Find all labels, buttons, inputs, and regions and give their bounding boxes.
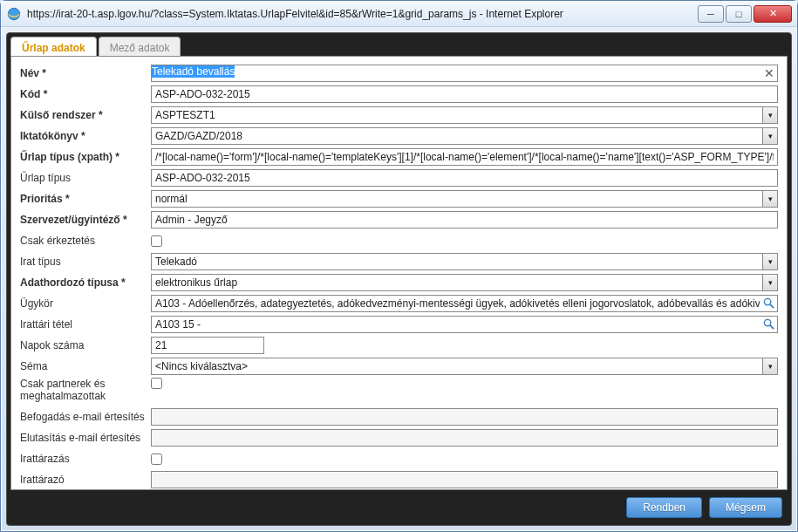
close-button[interactable]: ✕ (754, 5, 792, 23)
row-prioritas: Prioritás * ▾ (20, 189, 778, 208)
main-panel: Űrlap adatok Mező adatok Név * Telekadó … (6, 32, 792, 526)
select-irattipus[interactable] (151, 253, 778, 270)
row-napok: Napok száma (20, 336, 778, 355)
ie-icon (6, 6, 22, 22)
label-iktatokonyv: Iktatókönyv * (20, 130, 151, 142)
input-szervezet[interactable] (151, 211, 778, 228)
select-kulso[interactable] (151, 106, 778, 124)
label-prioritas: Prioritás * (20, 193, 151, 205)
row-adathordozo: Adathordozó típusa * ▾ (20, 273, 778, 292)
label-sema: Séma (20, 360, 151, 372)
row-irattarazo: Irattárazó (20, 470, 778, 489)
input-kod[interactable] (151, 85, 778, 103)
row-irattari: Irattári tétel (20, 315, 778, 334)
checkbox-csakpartner[interactable] (151, 378, 162, 389)
label-irattarazas: Irattárazás (20, 453, 151, 465)
svg-line-2 (770, 304, 774, 308)
maximize-button[interactable]: □ (726, 5, 752, 23)
svg-point-3 (764, 319, 771, 326)
svg-line-4 (770, 325, 774, 329)
input-nev[interactable]: Telekadó bevallás (151, 65, 778, 82)
label-adathordozo: Adathordozó típusa * (20, 276, 151, 289)
label-irattipus: Irat típus (20, 256, 151, 268)
checkbox-csakerk[interactable] (151, 235, 162, 247)
select-prioritas[interactable] (151, 190, 778, 208)
row-urlaptipusxpath: Űrlap típus (xpath) * (20, 147, 778, 167)
row-befogadas: Befogadás e-mail értesítés (20, 407, 778, 426)
label-szervezet: Szervezet/ügyintéző * (20, 214, 151, 226)
content-wrapper: Űrlap adatok Mező adatok Név * Telekadó … (1, 27, 797, 531)
svg-point-1 (764, 298, 771, 305)
label-urlaptipus: Űrlap típus (20, 172, 151, 184)
input-urlaptipusxpath[interactable] (151, 148, 778, 166)
row-urlaptipus: Űrlap típus (20, 168, 778, 188)
select-iktatokonyv[interactable] (151, 127, 778, 145)
row-iktatokonyv: Iktatókönyv * ▾ (20, 126, 778, 146)
clear-nev-icon[interactable]: ✕ (764, 66, 774, 80)
row-kod: Kód * (20, 85, 778, 104)
select-sema[interactable] (151, 358, 778, 375)
search-icon[interactable] (762, 297, 775, 310)
row-csakerk: Csak érkeztetés (20, 231, 778, 250)
label-urlaptipusxpath: Űrlap típus (xpath) * (20, 151, 151, 163)
label-nev: Név * (20, 67, 151, 79)
input-urlaptipus[interactable] (151, 169, 778, 187)
field-nev: Telekadó bevallás ✕ (151, 65, 778, 82)
select-adathordozo[interactable] (151, 274, 778, 291)
input-napok[interactable] (151, 337, 264, 354)
window: https://irat-20-t.asp.lgov.hu/?class=Sys… (0, 0, 798, 532)
label-elutasitas: Elutasítás e-mail értesítés (20, 432, 151, 444)
row-ugykor: Ügykör (20, 294, 778, 313)
search-icon[interactable] (762, 317, 775, 331)
label-irattarazo: Irattárazó (20, 474, 151, 486)
label-befogadas: Befogadás e-mail értesítés (20, 411, 151, 423)
label-napok: Napok száma (20, 339, 151, 351)
input-elutasitas[interactable] (151, 429, 778, 447)
window-title: https://irat-20-t.asp.lgov.hu/?class=Sys… (27, 8, 696, 20)
row-kulso: Külső rendszer * ▾ (20, 106, 778, 125)
label-irattari: Irattári tétel (20, 318, 151, 331)
label-kulso: Külső rendszer * (20, 109, 151, 121)
input-irattari[interactable] (151, 316, 778, 333)
row-irattarazas: Irattárazás (20, 449, 778, 468)
label-ugykor: Ügykör (20, 297, 151, 310)
row-irattipus: Irat típus ▾ (20, 252, 778, 271)
label-kod: Kód * (20, 88, 151, 100)
form-pane: Név * Telekadó bevallás ✕ Kód * Külső re… (10, 56, 788, 490)
row-sema: Séma ▾ (20, 357, 778, 376)
footer-buttons: Rendben Mégsem (626, 497, 782, 518)
row-szervezet: Szervezet/ügyintéző * (20, 210, 778, 229)
nev-selected-text: Telekadó bevallás (152, 65, 235, 78)
row-elutasitas: Elutasítás e-mail értesítés (20, 428, 778, 447)
input-irattarazo[interactable] (151, 471, 778, 488)
ok-button[interactable]: Rendben (626, 497, 702, 518)
label-csakpartner: Csak partnerek és meghatalmazottak (20, 378, 151, 402)
row-csakpartner: Csak partnerek és meghatalmazottak (20, 378, 778, 406)
minimize-button[interactable]: ─ (698, 5, 724, 23)
label-csakerk: Csak érkeztetés (20, 235, 151, 247)
svg-point-0 (8, 8, 20, 20)
cancel-button[interactable]: Mégsem (709, 497, 782, 518)
input-ugykor[interactable] (151, 295, 778, 312)
titlebar: https://irat-20-t.asp.lgov.hu/?class=Sys… (1, 1, 797, 27)
checkbox-irattarazas[interactable] (151, 454, 162, 465)
window-controls: ─ □ ✕ (696, 5, 792, 23)
input-befogadas[interactable] (151, 408, 778, 426)
row-nev: Név * Telekadó bevallás ✕ (20, 64, 778, 83)
